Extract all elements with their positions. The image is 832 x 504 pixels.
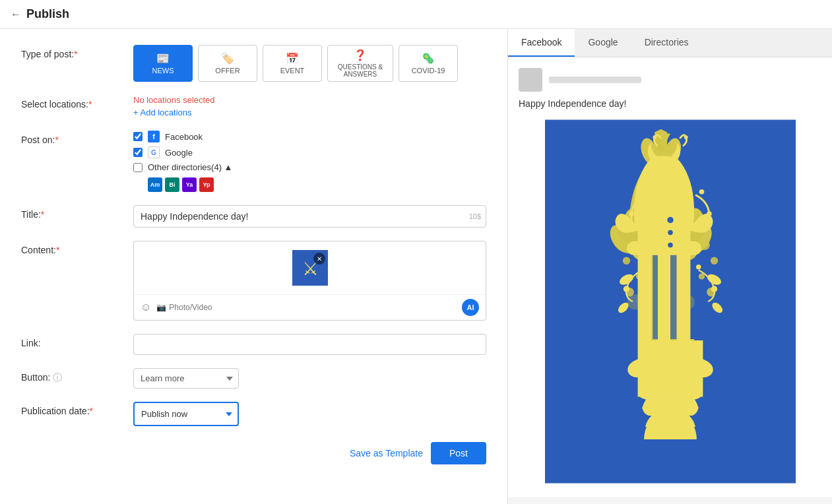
event-icon: 📅 bbox=[286, 52, 299, 65]
post-type-qa[interactable]: ❓ QUESTIONS &ANSWERS bbox=[327, 45, 393, 82]
facebook-label: Facebook bbox=[165, 132, 203, 142]
svg-point-13 bbox=[629, 211, 634, 216]
link-label: Link: bbox=[21, 334, 133, 348]
link-input[interactable] bbox=[133, 334, 486, 355]
no-locations-text: No locations selected bbox=[133, 95, 486, 105]
title-input[interactable] bbox=[133, 205, 486, 228]
facebook-checkbox[interactable] bbox=[133, 132, 143, 141]
top-bar: ← Publish bbox=[0, 0, 832, 29]
trident-image bbox=[545, 117, 796, 486]
form-panel: Type of post:* 📰 NEWS 🏷️ OFFER 📅 EVENT bbox=[0, 29, 508, 504]
emoji-icon[interactable]: ☺ bbox=[141, 301, 151, 313]
other-directories-label: Other directories(4) ▲ bbox=[148, 162, 232, 172]
svg-point-25 bbox=[667, 217, 674, 224]
svg-point-14 bbox=[707, 211, 712, 216]
post-type-buttons: 📰 NEWS 🏷️ OFFER 📅 EVENT ❓ QUESTIONS &ANS… bbox=[133, 45, 486, 82]
post-type-event[interactable]: 📅 EVENT bbox=[263, 45, 322, 82]
post-button[interactable]: Post bbox=[431, 442, 486, 464]
svg-point-27 bbox=[668, 243, 673, 248]
post-on-label: Post on:* bbox=[21, 131, 133, 145]
svg-point-18 bbox=[711, 286, 717, 292]
remove-image-button[interactable]: ✕ bbox=[313, 253, 325, 265]
content-area[interactable]: ⚔ ✕ ☺ 📷 Photo/Video A bbox=[133, 241, 486, 321]
svg-point-6 bbox=[622, 257, 629, 265]
fb-post-header bbox=[519, 68, 821, 92]
svg-point-20 bbox=[695, 265, 701, 270]
ai-button[interactable]: AI bbox=[462, 299, 479, 316]
svg-point-17 bbox=[623, 286, 629, 292]
svg-point-19 bbox=[639, 265, 645, 270]
tab-directories[interactable]: Directories bbox=[631, 29, 702, 57]
button-label: Button: ⓘ bbox=[21, 368, 133, 384]
svg-point-15 bbox=[636, 189, 641, 195]
publication-date-label: Publication date:* bbox=[21, 402, 133, 416]
yahoo-badge: Ya bbox=[182, 177, 197, 192]
bing-badge: Bi bbox=[165, 177, 179, 192]
preview-panel: Facebook Google Directories Happy Indepe… bbox=[508, 29, 832, 504]
camera-icon: 📷 bbox=[156, 303, 166, 312]
content-image-preview: ⚔ ✕ bbox=[134, 241, 486, 294]
back-arrow[interactable]: ← bbox=[11, 9, 21, 20]
button-row: Learn more Book Order online Buy Sign up… bbox=[133, 368, 486, 389]
news-icon: 📰 bbox=[156, 52, 170, 65]
tab-facebook[interactable]: Facebook bbox=[508, 29, 575, 57]
tab-google[interactable]: Google bbox=[575, 29, 631, 57]
button-info-icon[interactable]: ⓘ bbox=[53, 372, 62, 383]
post-on-google: G Google bbox=[133, 146, 486, 158]
svg-point-16 bbox=[699, 189, 704, 195]
svg-point-26 bbox=[668, 230, 673, 236]
char-count: 10$ bbox=[469, 212, 481, 220]
google-icon: G bbox=[148, 146, 160, 158]
amex-badge: Am bbox=[148, 177, 162, 192]
svg-point-30 bbox=[684, 135, 688, 139]
google-label: Google bbox=[165, 148, 193, 158]
post-on-other: Other directories(4) ▲ bbox=[133, 162, 486, 172]
other-checkbox[interactable] bbox=[133, 163, 143, 172]
action-row: Save as Template Post bbox=[21, 442, 486, 464]
svg-point-10 bbox=[710, 257, 717, 265]
offer-icon: 🏷️ bbox=[221, 52, 234, 65]
content-tools: ☺ 📷 Photo/Video bbox=[141, 301, 212, 313]
post-on-facebook: f Facebook bbox=[133, 131, 486, 142]
title-label: Title:* bbox=[21, 205, 133, 220]
qa-icon: ❓ bbox=[354, 49, 367, 61]
publication-date-select[interactable]: Publish now Schedule bbox=[133, 402, 239, 426]
preview-content: Happy Independence day! bbox=[508, 57, 832, 497]
select-locations-label: Select locations:* bbox=[21, 95, 133, 110]
add-locations-link[interactable]: + Add locations bbox=[133, 108, 192, 117]
fb-avatar bbox=[519, 68, 542, 92]
post-type-offer[interactable]: 🏷️ OFFER bbox=[198, 45, 257, 82]
post-type-news[interactable]: 📰 NEWS bbox=[133, 45, 193, 82]
preview-tabs: Facebook Google Directories bbox=[508, 29, 832, 57]
content-toolbar: ☺ 📷 Photo/Video AI bbox=[134, 294, 486, 320]
ukraine-trident-preview bbox=[519, 117, 821, 486]
page-title: Publish bbox=[26, 7, 69, 21]
button-select[interactable]: Learn more Book Order online Buy Sign up… bbox=[133, 368, 239, 389]
svg-point-29 bbox=[653, 135, 656, 139]
google-checkbox[interactable] bbox=[133, 148, 143, 157]
covid-icon: 🦠 bbox=[422, 52, 435, 65]
fb-post-text: Happy Independence day! bbox=[519, 98, 821, 109]
yelp-badge: Yp bbox=[199, 177, 214, 192]
type-of-post-label: Type of post:* bbox=[21, 45, 133, 59]
post-type-covid19[interactable]: 🦠 COVID-19 bbox=[399, 45, 458, 82]
photo-video-button[interactable]: 📷 Photo/Video bbox=[156, 303, 212, 312]
facebook-icon: f bbox=[148, 131, 160, 142]
content-label: Content:* bbox=[21, 241, 133, 255]
save-template-button[interactable]: Save as Template bbox=[350, 448, 423, 458]
post-on-list: f Facebook G Google Other directories(4)… bbox=[133, 131, 486, 192]
fb-name-bar bbox=[549, 77, 641, 83]
